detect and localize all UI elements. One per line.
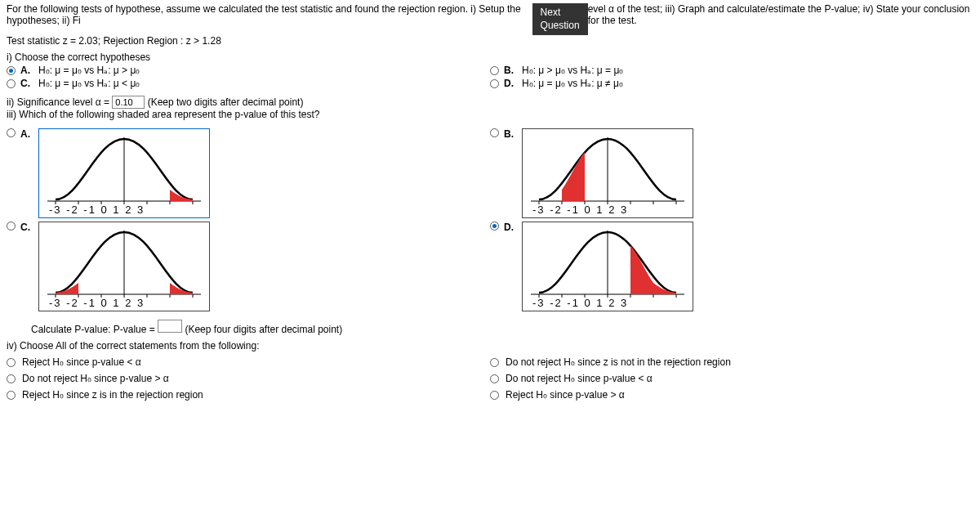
iii-b-label: B. <box>504 128 517 140</box>
header-line2: Test statistic z = 2.03; Rejection Regio… <box>7 35 973 47</box>
iv-s3: Do not reject H₀ since p-value > α <box>22 373 169 384</box>
iv-s1: Reject H₀ since p-value < α <box>22 356 141 368</box>
iv-s6: Reject H₀ since p-value > α <box>506 389 625 401</box>
alpha-input[interactable]: 0.10 <box>112 96 145 109</box>
iv-s4: Do not reject H₀ since p-value < α <box>506 373 653 384</box>
radio-i-b[interactable] <box>490 66 499 75</box>
radio-i-c[interactable] <box>7 79 16 88</box>
part-i: i) Choose the correct hypotheses A. H₀: … <box>7 51 973 91</box>
radio-iv-5[interactable] <box>7 391 16 400</box>
radio-iii-c[interactable] <box>7 222 16 231</box>
radio-iii-d[interactable] <box>490 222 499 231</box>
radio-iv-1[interactable] <box>7 358 16 367</box>
radio-iii-b[interactable] <box>490 128 499 137</box>
pval-pre: Calculate P-value: P-value = <box>31 324 158 335</box>
radio-i-a[interactable] <box>7 66 16 75</box>
graph-a[interactable]: -3 -2 -1 0 1 2 3 <box>38 128 210 218</box>
pvalue-input[interactable] <box>158 320 182 333</box>
question-header: For the following tests of hypothese, as… <box>7 3 973 35</box>
iii-c-label: C. <box>20 222 33 233</box>
i-opt-b: H₀: μ > μ₀ vs Hₐ: μ = μ₀ <box>522 65 623 76</box>
ii-post: (Keep two digits after decimal point) <box>148 96 304 108</box>
radio-iv-3[interactable] <box>7 374 16 383</box>
iii-d-label: D. <box>504 222 517 233</box>
i-prompt: i) Choose the correct hypotheses <box>7 51 973 63</box>
i-opt-a: H₀: μ = μ₀ vs Hₐ: μ > μ₀ <box>38 65 140 76</box>
header-text-1: For the following tests of hypothese, as… <box>7 3 532 26</box>
pval-post: (Keep four digits after decimal point) <box>185 324 342 335</box>
pvalue-row: Calculate P-value: P-value = (Keep four … <box>31 320 973 335</box>
radio-iv-4[interactable] <box>490 374 499 383</box>
iii-prompt: iii) Which of the following shaded area … <box>7 109 973 120</box>
header-text-2: evel α of the test; iii) Graph and calcu… <box>588 3 973 26</box>
radio-iii-a[interactable] <box>7 128 16 137</box>
graph-c[interactable]: -3 -2 -1 0 1 2 3 <box>38 222 210 311</box>
radio-iv-2[interactable] <box>490 358 499 367</box>
i-opt-d: H₀: μ = μ₀ vs Hₐ: μ ≠ μ₀ <box>522 78 623 89</box>
ii-pre: ii) Significance level α = <box>7 96 112 108</box>
iv-s5: Reject H₀ since z is in the rejection re… <box>22 389 203 401</box>
radio-iv-6[interactable] <box>490 391 499 400</box>
iii-a-label: A. <box>20 128 33 140</box>
graph-d[interactable]: -3 -2 -1 0 1 2 3 <box>522 222 693 311</box>
radio-i-d[interactable] <box>490 79 499 88</box>
iv-prompt: iv) Choose All of the correct statements… <box>7 340 973 352</box>
i-opt-c: H₀: μ = μ₀ vs Hₐ: μ < μ₀ <box>38 78 140 89</box>
graph-b[interactable]: -3 -2 -1 0 1 2 3 <box>522 128 693 218</box>
part-iv: iv) Choose All of the correct statements… <box>7 340 973 401</box>
part-ii: ii) Significance level α = 0.10 (Keep tw… <box>7 96 973 109</box>
iv-s2: Do not reject H₀ since z is not in the r… <box>506 356 731 368</box>
next-question-button[interactable]: Next Question <box>532 3 588 35</box>
part-iii: A. -3 -2 -1 0 1 2 3 C. <box>7 125 973 315</box>
